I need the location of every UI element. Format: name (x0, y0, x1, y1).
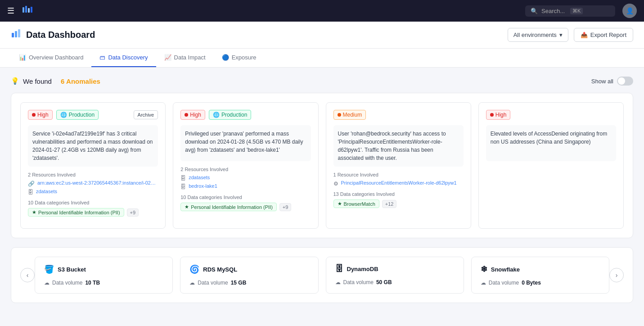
anomaly-card-0: High 🌐Production Archive Service 'i-02e4… (20, 102, 166, 229)
card-description: User 'rohan@bedrock.security' has access… (333, 125, 464, 167)
card-description: Service 'i-02e4ad7af2199e19f' has 3 crit… (28, 125, 158, 167)
export-icon: 📤 (581, 32, 588, 38)
bulb-icon: 💡 (11, 77, 19, 85)
header-bar: Data Dashboard All environments ▾ 📤 Expo… (0, 22, 644, 49)
tab-discovery-label: Data Discovery (108, 54, 148, 61)
severity-dot (185, 113, 188, 117)
tab-discovery[interactable]: 🗃 Data Discovery (91, 49, 156, 67)
archive-button[interactable]: Archive (134, 110, 158, 119)
category-badge: ★BrowserMatch (333, 199, 379, 208)
environment-selector[interactable]: All environments ▾ (508, 28, 568, 42)
severity-dot (338, 113, 341, 117)
metric-label: Data volume (52, 280, 82, 286)
category-badge: ★Personal Identifiable Information (PII) (180, 203, 277, 211)
resource-item: 🗄 zdatasets (180, 175, 311, 181)
anomalies-count: 6 Anomalies (61, 77, 100, 85)
badge-left: High 🌐Production (180, 110, 251, 120)
export-report-button[interactable]: 📤 Export Report (574, 28, 633, 42)
chevron-down-icon: ▾ (559, 32, 563, 38)
tab-exposure-label: Exposure (232, 54, 257, 61)
severity-badge: High (180, 110, 205, 120)
svg-rect-0 (23, 7, 24, 13)
datasource-card-1: 🌀 RDS MySQL ☁ Data volume 15 GB (180, 257, 318, 294)
overview-icon: 📊 (19, 54, 26, 61)
tab-overview[interactable]: 📊 Overview Dashboard (11, 49, 91, 67)
metric-label: Data volume (489, 280, 519, 286)
metric-label: Data volume (198, 280, 228, 286)
resource-link[interactable]: arn:aws:ec2:us-west-2:372065445367:insta… (37, 180, 158, 186)
hamburger-icon[interactable]: ☰ (7, 6, 14, 16)
top-nav: ☰ 🔍 Search... ⌘K 👤 (0, 0, 644, 22)
svg-rect-4 (12, 33, 14, 37)
category-badge: ★Personal Identifiable Information (PII) (28, 208, 124, 217)
categories-count: 13 Data categories Involved (333, 191, 464, 197)
datasources-section: ‹ 🪣 S3 Bucket ☁ Data volume 10 TB 🌀 RDS … (11, 247, 633, 303)
svg-rect-2 (28, 8, 30, 13)
anomaly-card-1: High 🌐Production Privileged user 'pranav… (173, 102, 318, 229)
svg-rect-3 (31, 7, 32, 13)
discovery-icon: 🗃 (99, 54, 105, 61)
avatar[interactable]: 👤 (622, 4, 637, 18)
env-label: All environments (513, 32, 557, 38)
resource-link[interactable]: zdatasets (189, 175, 210, 180)
datasource-cards: 🪣 S3 Bucket ☁ Data volume 10 TB 🌀 RDS My… (35, 257, 609, 294)
resource-item: ⚙ PrincipalResourceEntitlementsWorker-ro… (333, 180, 464, 187)
card-badges: Medium (333, 110, 464, 120)
categories-list: ★Personal Identifiable Information (PII)… (180, 203, 311, 211)
datasource-icon: 🌀 (189, 264, 199, 274)
card-badges: High (486, 110, 616, 120)
resources-count: 2 Resources Involved (180, 167, 311, 172)
badge-left: High 🌐Production (28, 110, 99, 120)
severity-dot (490, 113, 494, 117)
resources-count: 2 Resources Involved (28, 172, 158, 177)
search-icon: 🔍 (531, 8, 538, 14)
cloud-icon: ☁ (44, 280, 50, 286)
show-all-toggle[interactable] (617, 77, 633, 86)
resource-item: 🗄 zdatasets (28, 189, 158, 195)
datasource-metric: ☁ Data volume 10 TB (44, 280, 163, 286)
resource-link[interactable]: zdatasets (36, 189, 57, 194)
main-content: 💡 We found 6 Anomalies Show all High 🌐Pr… (0, 68, 644, 312)
anomaly-cards-row: High 🌐Production Archive Service 'i-02e4… (20, 102, 624, 229)
dashboard-icon (11, 28, 22, 42)
resource-link[interactable]: PrincipalResourceEntitlementsWorker-role… (341, 180, 457, 186)
anomaly-card-2: Medium User 'rohan@bedrock.security' has… (326, 102, 471, 229)
resource-icon: 🗄 (180, 175, 186, 181)
datasource-metric: ☁ Data volume 0 Bytes (481, 280, 600, 286)
more-categories[interactable]: +12 (382, 200, 397, 208)
card-badges: High 🌐Production (180, 110, 311, 120)
more-categories[interactable]: +9 (127, 208, 139, 217)
card-badges: High 🌐Production Archive (28, 110, 158, 120)
datasource-card-3: ❄ Snowflake ☁ Data volume 0 Bytes (471, 257, 609, 294)
logo-icon (22, 5, 32, 18)
metric-label: Data volume (343, 279, 374, 285)
datasource-label: DynamoDB (347, 266, 378, 272)
categories-section: 10 Data categories Involved ★Personal Id… (28, 200, 158, 217)
anomaly-card-3: High Elevated levels of AccessDenied ori… (478, 102, 624, 229)
more-categories[interactable]: +9 (279, 203, 292, 211)
resource-icon: 🗄 (28, 189, 33, 195)
tab-impact-label: Data Impact (174, 54, 206, 61)
datasource-name: ❄ Snowflake (481, 264, 600, 274)
resource-icon: 🗄 (180, 184, 186, 190)
prev-arrow[interactable]: ‹ (20, 268, 35, 282)
datasource-card-2: 🗄 DynamoDB ☁ Data volume 50 GB (326, 257, 464, 294)
tab-impact[interactable]: 📈 Data Impact (156, 49, 214, 67)
tabs-bar: 📊 Overview Dashboard 🗃 Data Discovery 📈 … (0, 49, 644, 68)
resource-icon: 🔗 (28, 181, 35, 187)
datasource-metric: ☁ Data volume 50 GB (335, 279, 455, 285)
card-description: Elevated levels of AccessDenied originat… (486, 125, 616, 161)
anomalies-prefix: We found (23, 77, 52, 85)
resource-link[interactable]: bedrox-lake1 (189, 183, 217, 189)
anomaly-cards-container: High 🌐Production Archive Service 'i-02e4… (11, 93, 633, 238)
tab-exposure[interactable]: 🔵 Exposure (214, 49, 265, 67)
datasource-label: RDS MySQL (203, 266, 237, 273)
badge-left: Medium (333, 110, 366, 120)
search-shortcut: ⌘K (570, 8, 583, 14)
resource-icon: ⚙ (333, 181, 338, 187)
next-arrow[interactable]: › (609, 268, 624, 282)
env-badge: 🌐Production (56, 110, 99, 120)
categories-count: 10 Data categories Involved (28, 200, 158, 205)
search-bar[interactable]: 🔍 Search... ⌘K (525, 5, 615, 17)
datasource-metric: ☁ Data volume 15 GB (189, 280, 309, 286)
